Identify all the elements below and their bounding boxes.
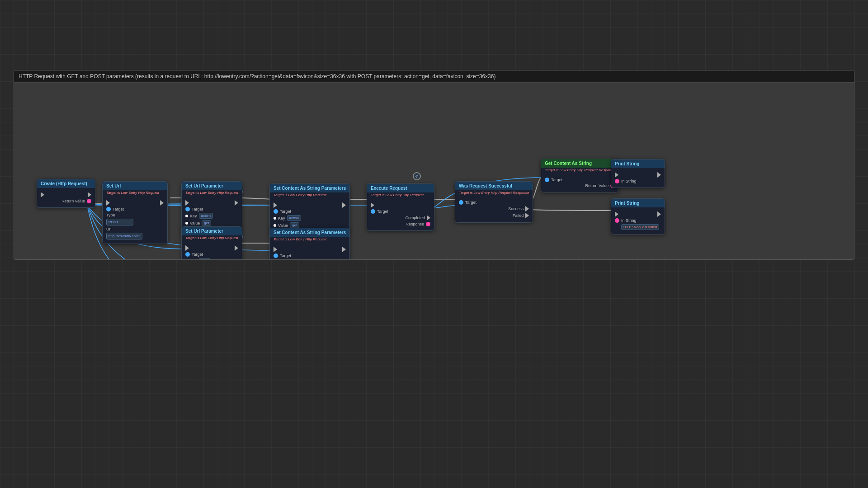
node-body: In String <box>611 168 665 188</box>
key-value: data <box>199 258 211 260</box>
exec-row <box>185 200 238 206</box>
target-row: Target <box>185 252 238 257</box>
return-value-row: Return Value <box>545 183 615 188</box>
completed-label: Completed <box>405 216 425 220</box>
type-row: Type <box>106 213 164 217</box>
target-pin <box>185 252 190 257</box>
node-body: Target Key action Value get <box>270 198 349 232</box>
target-pin <box>274 209 278 214</box>
node-title-text: Print String <box>615 161 639 166</box>
node-subtitle: Target is Low Entry Http Request <box>270 192 349 198</box>
target-row: Target <box>459 200 529 205</box>
clock-icon: ⏱ <box>413 172 421 180</box>
node-title: Set Url Parameter <box>182 182 242 190</box>
target-pin <box>274 253 278 258</box>
node-body: Target Type POST Url http://lowentry.com… <box>103 196 167 244</box>
key-value: data <box>287 259 299 260</box>
response-label: Response <box>406 222 424 226</box>
subtitle-text: Target is Low Entry Http Request <box>185 236 238 240</box>
exec-out <box>657 172 661 178</box>
node-body: Target Return Value <box>541 174 618 192</box>
node-title: Set Content As String Parameters <box>270 184 349 192</box>
key-value: action <box>199 213 213 219</box>
exec-row <box>274 202 346 208</box>
target-row: Target <box>371 209 430 214</box>
return-value-pin <box>87 199 91 203</box>
set-url-node: Set Url Target is Low Entry Http Request… <box>102 181 168 244</box>
key-row: Key data <box>274 259 346 260</box>
target-pin <box>545 178 549 182</box>
node-subtitle: Target is Low Entry Http Request Respons… <box>541 168 618 174</box>
completed-pin <box>427 215 430 221</box>
node-subtitle: Target is Low Entry Http Request <box>270 237 349 243</box>
success-pin <box>525 206 529 211</box>
exec-row <box>106 200 164 206</box>
type-dropdown[interactable]: POST <box>106 219 133 225</box>
exec-in <box>185 200 189 206</box>
key-value: action <box>287 215 301 221</box>
return-value-label: Return Value <box>585 183 609 188</box>
exec-in <box>615 211 618 217</box>
subtitle-text: Target is Low Entry Http Request <box>274 237 326 241</box>
set-content1-node: Set Content As String Parameters Target … <box>269 183 350 233</box>
target-row: Target <box>545 178 615 182</box>
create-http-request-node: Create (Http Request) Return Value <box>37 179 95 208</box>
node-title-text: Was Request Successful <box>459 183 512 188</box>
exec-out <box>160 200 164 206</box>
return-value-label: Return Value <box>61 199 85 203</box>
in-string-label: In String <box>621 179 637 183</box>
node-title-text: Set Content As String Parameters <box>274 230 346 235</box>
set-url-param1-node: Set Url Parameter Target is Low Entry Ht… <box>181 181 242 230</box>
key-pin <box>185 215 188 217</box>
return-value-row: Return Value <box>41 199 91 203</box>
node-title: Get Content As String <box>541 159 618 168</box>
subtitle-text: Target is Low Entry Http Request Respons… <box>459 191 529 195</box>
exec-pin-row <box>41 192 91 197</box>
in-string-row: In String <box>615 179 661 183</box>
target-row: Target <box>274 253 346 258</box>
key-row: Key action <box>185 213 238 219</box>
exec-in <box>274 247 277 252</box>
subtitle-text: Target is Low Entry Http Request Respons… <box>545 168 615 172</box>
in-string-value-row: HTTP Request failed <box>615 224 661 230</box>
node-title-text: Execute Request <box>371 186 407 191</box>
failed-row: Failed <box>459 213 529 218</box>
node-subtitle: Target is Low Entry Http Request Respons… <box>455 190 533 196</box>
failed-pin <box>525 213 529 218</box>
node-body: Return Value <box>37 188 95 207</box>
exec-row <box>615 211 661 217</box>
response-pin <box>426 222 430 226</box>
target-row: Target <box>274 209 346 214</box>
value-pin <box>185 222 188 225</box>
node-title: Execute Request <box>367 184 434 192</box>
target-row: Target <box>106 207 164 211</box>
key-pin <box>274 217 276 220</box>
exec-out <box>235 200 238 206</box>
node-body: Target Success Failed <box>455 196 533 222</box>
node-title: Was Request Successful <box>455 182 533 190</box>
exec-in <box>274 202 277 208</box>
in-string-pin <box>615 179 619 183</box>
description-text: HTTP Request with GET and POST parameter… <box>19 73 495 80</box>
exec-row <box>274 247 346 252</box>
print-string2-node: Print String In String HTTP Request fail… <box>611 198 665 235</box>
node-title-text: Set Content As String Parameters <box>274 186 346 191</box>
success-row: Success <box>459 206 529 211</box>
target-pin <box>185 207 190 211</box>
value-value: get <box>202 220 211 226</box>
exec-row <box>615 172 661 178</box>
failed-label: Failed <box>513 213 524 218</box>
node-title: Set Url Parameter <box>182 227 242 235</box>
blueprint-canvas[interactable]: HTTP Request with GET and POST parameter… <box>14 70 854 260</box>
exec-in <box>615 172 618 178</box>
set-content2-node: Set Content As String Parameters Target … <box>269 228 350 260</box>
success-label: Success <box>508 206 524 211</box>
node-subtitle: Target is Low Entry Http Request <box>182 190 242 196</box>
url-input[interactable]: http://lowentry.com/ <box>106 233 142 239</box>
node-body: In String HTTP Request failed <box>611 207 665 234</box>
key-row: Key data <box>185 258 238 260</box>
exec-out <box>342 202 346 208</box>
response-row: Response <box>371 222 430 226</box>
subtitle-text: Target is Low Entry Http Request <box>371 193 424 197</box>
exec-out <box>657 211 661 217</box>
